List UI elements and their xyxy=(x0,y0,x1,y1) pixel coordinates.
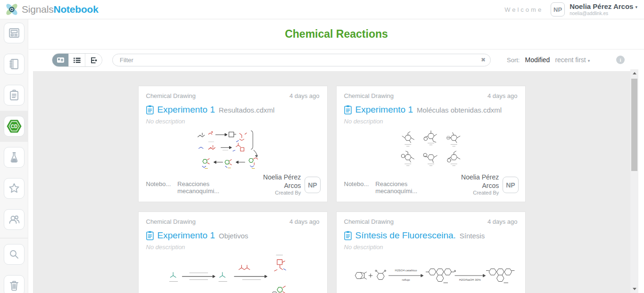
creator-avatar: NP xyxy=(503,177,518,193)
card-subtitle: Moléculas obtenidas.cdxml xyxy=(417,106,502,114)
sidebar-item-favorites[interactable] xyxy=(4,178,25,199)
card-time: 4 days ago xyxy=(289,218,320,225)
parent-crumb[interactable]: Reacciones mecanoquími... xyxy=(375,180,446,195)
sidebar-row-favorites xyxy=(0,173,28,204)
brand-logo[interactable]: SignalsNotebook xyxy=(5,2,99,16)
card-view-icon xyxy=(57,57,64,63)
document-icon xyxy=(146,231,154,240)
notebook-crumb[interactable]: Notebo... xyxy=(146,180,171,195)
card-type: Chemical Drawing xyxy=(146,218,196,225)
chevron-down-icon: ▾ xyxy=(588,58,590,63)
brand-part-notebook: Notebook xyxy=(53,4,98,15)
sidebar-item-search[interactable] xyxy=(4,244,25,265)
creator-name: Noelia Pérez Arcos xyxy=(446,173,499,190)
user-name: Noelia Pérez Arcos xyxy=(570,2,633,10)
sidebar-item-experiments[interactable] xyxy=(4,85,25,106)
sidebar-row-notebooks xyxy=(0,49,28,80)
sort-label: Sort: xyxy=(507,57,520,64)
card-experimento1-resultados[interactable]: Chemical Drawing 4 days ago Experimento … xyxy=(138,86,328,202)
card-description: No description xyxy=(146,244,320,251)
app-window: SignalsNotebook Welcome NP Noelia Pérez … xyxy=(0,0,644,293)
sort-field-selector[interactable]: Modified xyxy=(525,56,550,64)
welcome-text: Welcome xyxy=(504,6,543,13)
view-tree-button[interactable] xyxy=(85,54,102,66)
card-footer: Notebo... Reacciones mecanoquími... Noel… xyxy=(344,173,519,196)
document-icon xyxy=(344,231,352,240)
sidebar: CD xyxy=(0,19,28,293)
card-title-link[interactable]: Síntesis de Fluoresceina. xyxy=(355,230,456,241)
info-icon[interactable]: i xyxy=(616,56,625,64)
trash-icon xyxy=(8,279,20,292)
brand-part-signals: Signals xyxy=(22,4,53,15)
list-view-icon xyxy=(72,56,82,65)
card-subtitle: Síntesis xyxy=(460,232,485,240)
molecule-preview: H2SO4 catalítico reflujo H2O/NaOH 30% xyxy=(344,251,518,293)
notebook-crumb[interactable]: Notebo... xyxy=(344,180,369,195)
creator-name: Noelia Pérez Arcos xyxy=(248,173,301,190)
clipboard-icon xyxy=(8,89,20,101)
filter-input[interactable] xyxy=(112,54,491,66)
view-switcher xyxy=(52,53,102,67)
card-type: Chemical Drawing xyxy=(344,92,394,99)
creator-role: Created By xyxy=(446,190,499,196)
card-description: No description xyxy=(344,118,518,125)
card-experimento1-moleculas[interactable]: Chemical Drawing 4 days ago Experimento … xyxy=(336,86,526,202)
title-band: Chemical Reactions xyxy=(29,19,644,49)
flower-logo-icon xyxy=(5,2,19,16)
user-avatar[interactable]: NP xyxy=(551,2,565,16)
sidebar-row-materials xyxy=(0,142,28,173)
creator-role: Created By xyxy=(248,190,301,196)
sidebar-item-notebooks[interactable] xyxy=(4,54,25,74)
cards-grid: Chemical Drawing 4 days ago Experimento … xyxy=(33,71,630,293)
card-title-link[interactable]: Experimento 1 xyxy=(355,105,413,115)
card-title-link[interactable]: Experimento 1 xyxy=(157,105,215,115)
sidebar-row-trash xyxy=(0,270,28,293)
parent-crumb[interactable]: Reacciones mecanoquími... xyxy=(177,180,248,195)
scroll-up-arrow[interactable] xyxy=(630,69,638,77)
chemical-drawing-icon: CD xyxy=(6,118,22,134)
card-sintesis-fluoresceina[interactable]: Chemical Drawing 4 days ago Síntesis de … xyxy=(336,212,526,293)
card-type: Chemical Drawing xyxy=(146,92,196,99)
card-time: 4 days ago xyxy=(487,218,518,225)
sidebar-item-dashboard[interactable] xyxy=(4,23,25,43)
view-cards-button[interactable] xyxy=(52,54,69,66)
molecule-preview xyxy=(344,125,518,174)
sort-order-dropdown[interactable]: recent first ▾ xyxy=(555,56,590,64)
sidebar-item-chemical-drawings[interactable]: CD xyxy=(4,116,25,137)
sidebar-row-chemical-drawings: CD xyxy=(0,111,28,142)
card-title-link[interactable]: Experimento 1 xyxy=(157,230,215,241)
main-panel: Chemical Reactions ✖ xyxy=(29,19,644,293)
card-footer: Notebo... Reacciones mecanoquími... Noel… xyxy=(146,173,321,196)
card-type: Chemical Drawing xyxy=(344,218,394,225)
molecule-preview xyxy=(146,125,320,174)
toolbar: ✖ Sort: Modified recent first ▾ i xyxy=(29,49,644,71)
sidebar-row-search xyxy=(0,238,28,270)
app-header: SignalsNotebook Welcome NP Noelia Pérez … xyxy=(0,0,644,19)
scrollbar-thumb[interactable] xyxy=(631,79,637,171)
card-subtitle: Objetivos xyxy=(219,232,248,240)
card-description: No description xyxy=(344,244,518,251)
clear-filter-icon[interactable]: ✖ xyxy=(481,57,486,63)
sidebar-item-trash[interactable] xyxy=(4,275,25,293)
sidebar-item-materials[interactable] xyxy=(4,147,25,168)
users-icon xyxy=(8,213,20,226)
card-experimento1-objetivos[interactable]: Chemical Drawing 4 days ago Experimento … xyxy=(138,212,328,293)
sidebar-item-groups[interactable] xyxy=(4,209,25,230)
vertical-scrollbar[interactable] xyxy=(630,69,638,293)
star-icon xyxy=(8,182,20,195)
sidebar-row-groups xyxy=(0,204,28,235)
cd-badge-text: CD xyxy=(10,124,17,129)
scheme-label-arrow1-top: H2SO4 catalítico xyxy=(395,269,417,272)
search-icon xyxy=(8,248,20,260)
scroll-down-arrow[interactable] xyxy=(630,285,638,293)
sidebar-row-experiments xyxy=(0,80,28,111)
user-menu[interactable]: Noelia Pérez Arcos ▾ noelia@addlink.es xyxy=(570,2,637,16)
flask-icon xyxy=(8,151,20,163)
chevron-down-icon: ▾ xyxy=(635,5,637,9)
card-time: 4 days ago xyxy=(487,92,518,99)
dashboard-icon xyxy=(8,27,20,39)
card-subtitle: Resultados.cdxml xyxy=(219,106,274,114)
document-icon xyxy=(344,105,352,114)
scheme-label-arrow2-bottom: H2O/NaOH 30% xyxy=(459,278,481,282)
view-list-button[interactable] xyxy=(69,54,85,66)
